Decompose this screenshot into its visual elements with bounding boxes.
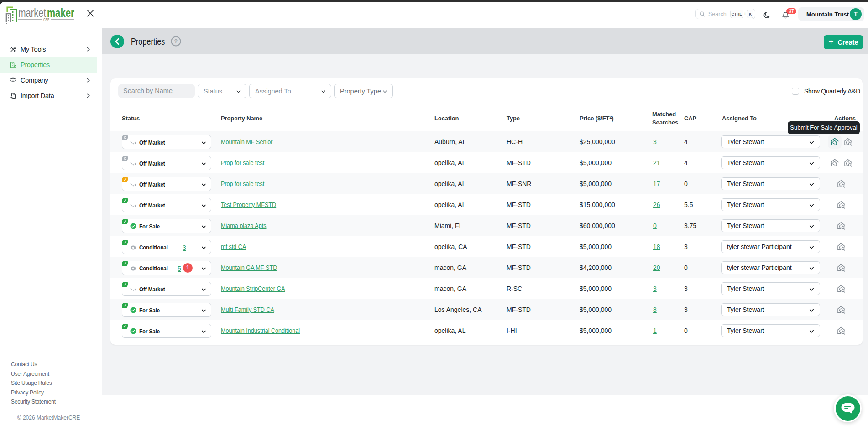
svg-text:market: market <box>18 6 47 20</box>
svg-text:maker: maker <box>47 6 74 20</box>
svg-text:CRE: CRE <box>43 17 49 22</box>
svg-text:?: ? <box>174 38 178 45</box>
